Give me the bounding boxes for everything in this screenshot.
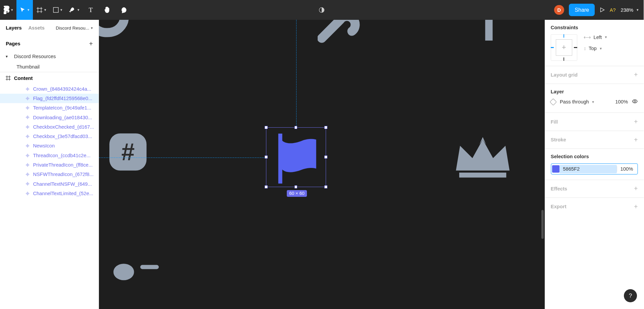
svg-rect-3 xyxy=(485,20,492,41)
hashtag-icon: # xyxy=(107,131,149,173)
add-layout-grid-button[interactable]: + xyxy=(634,71,638,79)
layer-item[interactable]: Downloading_(ae018430... xyxy=(0,113,99,122)
layer-opacity-value[interactable]: 100% xyxy=(615,99,628,104)
layer-item[interactable]: NSFWThreadIcon_(672f8... xyxy=(0,170,99,179)
layer-item[interactable]: Checkbox_(3e57dfacd03... xyxy=(0,132,99,141)
frame-header-row[interactable]: Content xyxy=(0,72,99,84)
page-name: Discord Resources xyxy=(14,54,56,59)
fill-section: Fill + xyxy=(545,113,644,131)
layer-name: TemplateIcon_(9c49afe1... xyxy=(33,105,91,111)
hand-icon xyxy=(104,6,111,13)
top-toolbar: ▾ ▾ ▾ ▾ ▾ T D Share xyxy=(0,0,644,20)
color-opacity-input[interactable]: 100% xyxy=(617,166,636,172)
resize-handle-br[interactable] xyxy=(324,185,327,188)
effects-label: Effects xyxy=(551,186,567,191)
layer-item[interactable]: Crown_(8484392424c4a... xyxy=(0,84,99,94)
frame-icon xyxy=(36,7,43,13)
layer-item[interactable]: ThreadIcon_(ccdb41c2e... xyxy=(0,151,99,160)
present-button[interactable] xyxy=(600,7,605,12)
resize-handle-tr[interactable] xyxy=(324,126,327,129)
add-export-button[interactable]: + xyxy=(634,203,638,211)
figma-logo-icon xyxy=(4,6,9,14)
alignment-guide-horizontal xyxy=(99,158,266,158)
visibility-toggle[interactable] xyxy=(632,98,638,105)
svg-point-7 xyxy=(113,264,134,280)
hand-tool-button[interactable] xyxy=(99,0,115,20)
selection-bounding-box[interactable] xyxy=(266,127,326,187)
constraint-horizontal-dropdown[interactable]: ⟷ Left ▼ xyxy=(584,34,638,40)
layer-item[interactable]: CheckboxChecked_(d167... xyxy=(0,122,99,132)
text-tool-button[interactable]: T xyxy=(83,0,99,20)
blend-mode-icon xyxy=(550,98,557,105)
shape-tool-button[interactable]: ▾ xyxy=(50,0,66,20)
chevron-down-icon: ▼ xyxy=(591,100,595,104)
selection-colors-label: Selection colors xyxy=(551,154,638,159)
selection-colors-section: Selection colors 5865F2 100% xyxy=(545,149,644,180)
color-hex-input[interactable]: 5865F2 xyxy=(559,165,616,173)
layer-item[interactable]: NewsIcon xyxy=(0,141,99,150)
resize-handle-mr[interactable] xyxy=(324,156,327,159)
color-swatch[interactable] xyxy=(552,165,559,173)
constraint-widget[interactable]: + xyxy=(551,34,577,61)
resize-handle-tl[interactable] xyxy=(265,126,268,129)
zoom-dropdown[interactable]: 238% ▾ xyxy=(621,7,639,13)
page-item[interactable]: Thumbnail xyxy=(0,61,99,72)
layer-name: ChannelTextNSFW_(649... xyxy=(33,181,92,187)
main-menu-button[interactable]: ▾ xyxy=(0,0,16,20)
layer-name: ThreadIcon_(ccdb41c2e... xyxy=(33,153,90,158)
layer-name: Checkbox_(3e57dfacd03... xyxy=(33,134,92,139)
layer-item[interactable]: Flag_(fd2ffdf41259568e0... xyxy=(0,94,99,103)
add-fill-button[interactable]: + xyxy=(634,118,638,126)
canvas-scrollbar[interactable] xyxy=(541,210,544,239)
pages-header: Pages + xyxy=(0,36,99,51)
page-item[interactable]: ▾ Discord Resources xyxy=(0,51,99,61)
add-stroke-button[interactable]: + xyxy=(634,136,638,144)
chevron-down-icon: ▾ xyxy=(44,8,46,12)
layer-name: Crown_(8484392424c4a... xyxy=(33,86,91,92)
resize-handle-bl[interactable] xyxy=(265,185,268,188)
missing-fonts-indicator[interactable]: A? xyxy=(610,7,616,13)
add-effect-button[interactable]: + xyxy=(634,185,638,192)
layer-item[interactable]: ChannelTextNSFW_(649... xyxy=(0,179,99,188)
constraints-label: Constraints xyxy=(551,25,638,30)
selection-color-row[interactable]: 5865F2 100% xyxy=(551,163,638,175)
chevron-down-icon: ▾ xyxy=(6,54,14,59)
constraint-vertical-dropdown[interactable]: ↕ Top ▼ xyxy=(584,46,638,51)
svg-text:#: # xyxy=(121,138,135,165)
frame-tool-button[interactable]: ▾ xyxy=(33,0,49,20)
rectangle-icon xyxy=(53,7,59,13)
svg-point-9 xyxy=(634,100,636,102)
file-dropdown[interactable]: Discord Resou... ▾ xyxy=(56,26,93,31)
resize-handle-ml[interactable] xyxy=(265,156,268,159)
blend-mode-dropdown[interactable]: Pass through ▼ xyxy=(560,99,595,104)
left-panel-tabs: Layers Assets Discord Resou... ▾ xyxy=(0,20,99,36)
alignment-guide-vertical xyxy=(296,20,297,127)
export-label: Export xyxy=(551,204,567,209)
cursor-icon xyxy=(20,7,26,13)
canvas[interactable]: # 60 × 60 xyxy=(99,20,544,309)
left-panel: Layers Assets Discord Resou... ▾ Pages +… xyxy=(0,20,99,309)
blend-mode-value: Pass through xyxy=(560,99,589,104)
comment-tool-button[interactable] xyxy=(115,0,132,20)
chevron-down-icon: ▾ xyxy=(91,26,93,30)
chevron-down-icon: ▼ xyxy=(604,35,608,39)
pen-icon xyxy=(69,7,76,13)
file-name: Discord Resou... xyxy=(56,26,89,31)
resize-handle-bm[interactable] xyxy=(294,185,298,188)
layer-item[interactable]: PrivateThreadIcon_(ff8ce... xyxy=(0,160,99,170)
move-tool-button[interactable]: ▾ xyxy=(16,0,33,20)
layer-item[interactable]: TemplateIcon_(9c49afe1... xyxy=(0,103,99,113)
add-page-button[interactable]: + xyxy=(89,40,93,48)
layer-section-label: Layer xyxy=(551,89,638,94)
layer-item[interactable]: ChannelTextLimited_(52e... xyxy=(0,189,99,198)
pen-tool-button[interactable]: ▾ xyxy=(66,0,83,20)
layer-name: Downloading_(ae018430... xyxy=(33,115,92,120)
user-avatar[interactable]: D xyxy=(554,5,564,15)
resize-handle-tm[interactable] xyxy=(294,126,298,129)
tab-layers[interactable]: Layers xyxy=(6,25,22,31)
canvas-bg-shape xyxy=(99,20,144,45)
layer-name: NewsIcon xyxy=(33,143,55,148)
layout-grid-section: Layout grid + xyxy=(545,66,644,84)
share-button[interactable]: Share xyxy=(569,4,595,16)
tab-assets[interactable]: Assets xyxy=(28,25,44,31)
